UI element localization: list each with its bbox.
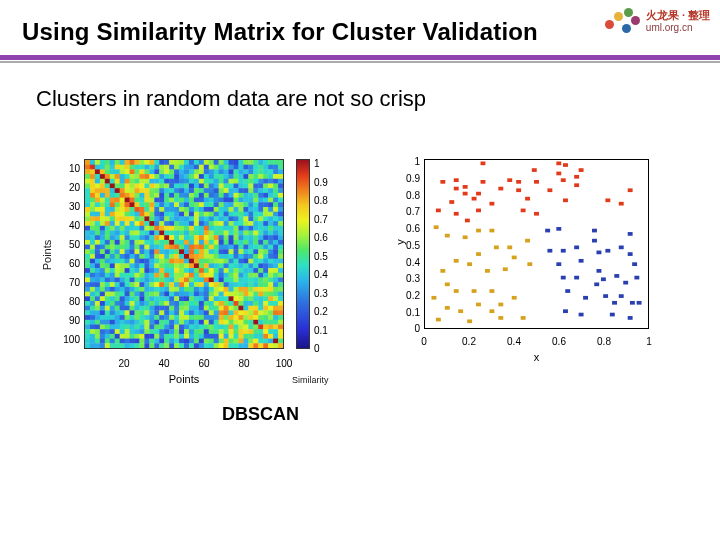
svg-rect-583 xyxy=(199,226,204,231)
svg-rect-1474 xyxy=(253,329,258,334)
svg-rect-1307 xyxy=(219,310,224,315)
svg-rect-1226 xyxy=(214,301,219,306)
svg-rect-863 xyxy=(199,259,204,264)
svg-rect-1220 xyxy=(184,301,189,306)
svg-rect-152 xyxy=(243,174,248,179)
svg-rect-130 xyxy=(135,174,140,179)
svg-rect-529 xyxy=(130,221,135,226)
svg-rect-1102 xyxy=(194,287,199,292)
svg-rect-24 xyxy=(204,160,209,165)
heatmap-area xyxy=(84,159,284,349)
svg-rect-146 xyxy=(214,174,219,179)
svg-rect-947 xyxy=(219,268,224,273)
svg-rect-1427 xyxy=(219,325,224,330)
svg-rect-1302 xyxy=(194,310,199,315)
svg-rect-1348 xyxy=(224,315,229,320)
svg-rect-1019 xyxy=(179,278,184,283)
svg-rect-1009 xyxy=(130,278,135,283)
svg-rect-897 xyxy=(169,263,174,268)
svg-rect-1378 xyxy=(174,320,179,325)
svg-rect-602 xyxy=(95,231,100,236)
svg-rect-1328 xyxy=(125,315,130,320)
svg-rect-674 xyxy=(253,235,258,240)
svg-rect-42 xyxy=(95,165,100,170)
title-rule xyxy=(0,55,720,63)
svg-rect-424 xyxy=(204,207,209,212)
svg-rect-724 xyxy=(105,245,110,250)
svg-rect-1480 xyxy=(85,334,90,339)
svg-rect-539 xyxy=(179,221,184,226)
svg-rect-692 xyxy=(144,240,149,245)
svg-rect-913 xyxy=(248,263,253,268)
svg-rect-1620 xyxy=(507,178,512,182)
svg-rect-1411 xyxy=(139,325,144,330)
svg-rect-1487 xyxy=(120,334,125,339)
svg-rect-405 xyxy=(110,207,115,212)
svg-rect-312 xyxy=(243,193,248,198)
svg-rect-1560 xyxy=(85,343,90,348)
svg-rect-150 xyxy=(234,174,239,179)
svg-rect-1057 xyxy=(169,282,174,287)
svg-rect-1408 xyxy=(125,325,130,330)
svg-rect-644 xyxy=(105,235,110,240)
svg-rect-889 xyxy=(130,263,135,268)
svg-rect-803 xyxy=(100,254,105,259)
svg-rect-746 xyxy=(214,245,219,250)
svg-rect-792 xyxy=(243,249,248,254)
svg-rect-247 xyxy=(120,188,125,193)
svg-rect-425 xyxy=(209,207,214,212)
svg-rect-998 xyxy=(273,273,278,278)
svg-rect-9 xyxy=(130,160,135,165)
svg-rect-1448 xyxy=(125,329,130,334)
svg-rect-31 xyxy=(238,160,243,165)
svg-rect-1171 xyxy=(139,296,144,301)
heatmap-ytick: 50 xyxy=(58,239,80,250)
brand-logo-mark xyxy=(602,6,642,36)
svg-rect-254 xyxy=(154,188,159,193)
svg-rect-1533 xyxy=(149,339,154,344)
svg-rect-1085 xyxy=(110,287,115,292)
svg-rect-695 xyxy=(159,240,164,245)
svg-rect-682 xyxy=(95,240,100,245)
svg-rect-231 xyxy=(238,184,243,189)
svg-rect-952 xyxy=(243,268,248,273)
svg-rect-179 xyxy=(179,179,184,184)
svg-rect-1181 xyxy=(189,296,194,301)
svg-rect-1604 xyxy=(556,172,561,176)
svg-rect-1536 xyxy=(164,339,169,344)
svg-rect-55 xyxy=(159,165,164,170)
svg-rect-229 xyxy=(229,184,234,189)
svg-rect-917 xyxy=(268,263,273,268)
svg-rect-199 xyxy=(278,179,283,184)
scatter-ytick: 0.8 xyxy=(402,190,420,201)
svg-rect-867 xyxy=(219,259,224,264)
svg-rect-326 xyxy=(115,198,120,203)
svg-rect-1623 xyxy=(525,197,530,201)
svg-rect-1658 xyxy=(458,309,463,313)
colorbar-tick: 0.8 xyxy=(314,195,328,206)
svg-rect-1227 xyxy=(219,301,224,306)
svg-rect-1667 xyxy=(545,229,550,233)
svg-rect-321 xyxy=(90,198,95,203)
svg-rect-960 xyxy=(85,273,90,278)
svg-rect-871 xyxy=(238,259,243,264)
svg-rect-1229 xyxy=(229,301,234,306)
svg-rect-811 xyxy=(139,254,144,259)
heatmap-figure: Points 10 20 30 40 50 60 70 80 90 100 20… xyxy=(46,155,346,385)
svg-rect-1650 xyxy=(440,269,445,273)
svg-rect-1105 xyxy=(209,287,214,292)
svg-rect-448 xyxy=(125,212,130,217)
svg-rect-1696 xyxy=(637,301,642,305)
svg-rect-1680 xyxy=(628,252,633,256)
svg-rect-477 xyxy=(268,212,273,217)
svg-rect-643 xyxy=(100,235,105,240)
svg-rect-1106 xyxy=(214,287,219,292)
svg-rect-884 xyxy=(105,263,110,268)
svg-rect-1187 xyxy=(219,296,224,301)
svg-rect-519 xyxy=(278,216,283,221)
svg-rect-1430 xyxy=(234,325,239,330)
svg-rect-1032 xyxy=(243,278,248,283)
svg-rect-1613 xyxy=(436,209,441,213)
svg-rect-802 xyxy=(95,254,100,259)
svg-rect-1273 xyxy=(248,306,253,311)
